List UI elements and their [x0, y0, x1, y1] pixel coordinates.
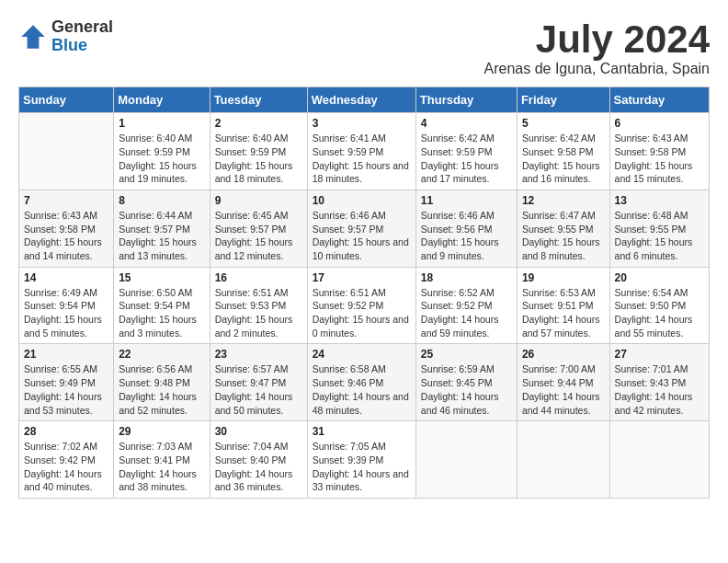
col-thursday: Thursday — [415, 87, 517, 113]
sunrise-text: Sunrise: 6:43 AM — [24, 210, 97, 221]
table-row: 7 Sunrise: 6:43 AM Sunset: 9:58 PM Dayli… — [19, 190, 114, 267]
sunrise-text: Sunrise: 6:57 AM — [215, 363, 289, 374]
sunrise-text: Sunrise: 7:05 AM — [313, 441, 386, 452]
col-saturday: Saturday — [609, 87, 709, 113]
daylight-text: Daylight: 14 hours and 36 minutes. — [215, 468, 293, 493]
daylight-text: Daylight: 15 hours and 9 minutes. — [421, 236, 499, 261]
sunset-text: Sunset: 9:55 PM — [522, 224, 594, 235]
cell-content: Sunrise: 7:02 AM Sunset: 9:42 PM Dayligh… — [24, 440, 108, 494]
sunset-text: Sunset: 9:41 PM — [119, 454, 190, 465]
cell-content: Sunrise: 6:47 AM Sunset: 9:55 PM Dayligh… — [522, 209, 605, 263]
sunset-text: Sunset: 9:40 PM — [215, 454, 287, 465]
sunrise-text: Sunrise: 6:55 AM — [24, 363, 97, 374]
sunrise-text: Sunrise: 6:49 AM — [24, 287, 97, 298]
daylight-text: Daylight: 15 hours and 14 minutes. — [24, 236, 102, 261]
sunrise-text: Sunrise: 6:42 AM — [522, 132, 596, 144]
sunset-text: Sunset: 9:54 PM — [119, 300, 190, 311]
table-row: 6 Sunrise: 6:43 AM Sunset: 9:58 PM Dayli… — [609, 113, 709, 190]
sunrise-text: Sunrise: 6:40 AM — [215, 132, 289, 144]
calendar-week-row: 7 Sunrise: 6:43 AM Sunset: 9:58 PM Dayli… — [19, 190, 710, 267]
table-row: 21 Sunrise: 6:55 AM Sunset: 9:49 PM Dayl… — [19, 344, 114, 421]
calendar-week-row: 14 Sunrise: 6:49 AM Sunset: 9:54 PM Dayl… — [19, 267, 710, 344]
daylight-text: Daylight: 15 hours and 6 minutes. — [615, 236, 693, 261]
table-row — [19, 113, 114, 190]
cell-content: Sunrise: 6:42 AM Sunset: 9:58 PM Dayligh… — [522, 132, 605, 186]
sunrise-text: Sunrise: 6:44 AM — [119, 210, 192, 221]
day-number: 18 — [421, 271, 512, 284]
calendar-header-row: Sunday Monday Tuesday Wednesday Thursday… — [19, 87, 710, 113]
logo-icon — [18, 22, 48, 52]
sunset-text: Sunset: 9:48 PM — [119, 377, 190, 388]
day-number: 7 — [24, 194, 108, 207]
daylight-text: Daylight: 15 hours and 16 minutes. — [522, 160, 600, 185]
sunset-text: Sunset: 9:45 PM — [421, 377, 493, 388]
daylight-text: Daylight: 15 hours and 15 minutes. — [615, 160, 693, 185]
cell-content: Sunrise: 6:42 AM Sunset: 9:59 PM Dayligh… — [421, 132, 512, 186]
sunrise-text: Sunrise: 6:46 AM — [421, 210, 495, 221]
sunset-text: Sunset: 9:58 PM — [615, 146, 687, 157]
sunset-text: Sunset: 9:39 PM — [313, 454, 384, 465]
daylight-text: Daylight: 15 hours and 13 minutes. — [119, 236, 197, 261]
col-friday: Friday — [517, 87, 609, 113]
cell-content: Sunrise: 6:40 AM Sunset: 9:59 PM Dayligh… — [215, 132, 302, 186]
sunrise-text: Sunrise: 6:43 AM — [615, 132, 688, 144]
sunrise-text: Sunrise: 7:01 AM — [615, 363, 688, 374]
day-number: 20 — [615, 271, 704, 284]
sunset-text: Sunset: 9:58 PM — [24, 224, 96, 235]
sunrise-text: Sunrise: 6:47 AM — [522, 210, 596, 221]
sunset-text: Sunset: 9:59 PM — [313, 146, 384, 157]
day-number: 6 — [615, 117, 704, 130]
table-row: 2 Sunrise: 6:40 AM Sunset: 9:59 PM Dayli… — [210, 113, 307, 190]
table-row: 13 Sunrise: 6:48 AM Sunset: 9:55 PM Dayl… — [609, 190, 709, 267]
table-row — [517, 421, 609, 499]
daylight-text: Daylight: 14 hours and 59 minutes. — [421, 314, 499, 339]
sunrise-text: Sunrise: 6:50 AM — [119, 287, 192, 298]
day-number: 3 — [313, 117, 411, 130]
cell-content: Sunrise: 7:00 AM Sunset: 9:44 PM Dayligh… — [522, 362, 605, 417]
table-row: 26 Sunrise: 7:00 AM Sunset: 9:44 PM Dayl… — [517, 344, 609, 421]
daylight-text: Daylight: 14 hours and 40 minutes. — [24, 468, 102, 493]
daylight-text: Daylight: 14 hours and 42 minutes. — [615, 391, 693, 416]
sunset-text: Sunset: 9:59 PM — [215, 146, 287, 157]
day-number: 1 — [119, 117, 204, 130]
sunrise-text: Sunrise: 6:54 AM — [615, 287, 688, 298]
sunset-text: Sunset: 9:58 PM — [522, 146, 594, 157]
day-number: 26 — [522, 348, 605, 361]
sunset-text: Sunset: 9:52 PM — [421, 300, 493, 311]
day-number: 24 — [313, 348, 411, 361]
cell-content: Sunrise: 6:46 AM Sunset: 9:57 PM Dayligh… — [313, 209, 411, 263]
sunset-text: Sunset: 9:59 PM — [119, 146, 190, 157]
sunrise-text: Sunrise: 6:48 AM — [615, 210, 688, 221]
day-number: 12 — [522, 194, 605, 207]
sunset-text: Sunset: 9:56 PM — [421, 224, 493, 235]
sunrise-text: Sunrise: 6:51 AM — [215, 287, 289, 298]
header: General Blue July 2024 Arenas de Iguna, … — [18, 18, 710, 77]
day-number: 13 — [615, 194, 704, 207]
col-wednesday: Wednesday — [307, 87, 415, 113]
cell-content: Sunrise: 6:51 AM Sunset: 9:53 PM Dayligh… — [215, 286, 302, 340]
cell-content: Sunrise: 6:59 AM Sunset: 9:45 PM Dayligh… — [421, 362, 512, 417]
cell-content: Sunrise: 6:41 AM Sunset: 9:59 PM Dayligh… — [313, 132, 411, 186]
daylight-text: Daylight: 14 hours and 48 minutes. — [313, 391, 409, 416]
daylight-text: Daylight: 14 hours and 57 minutes. — [522, 314, 600, 339]
table-row: 20 Sunrise: 6:54 AM Sunset: 9:50 PM Dayl… — [609, 267, 709, 344]
col-tuesday: Tuesday — [210, 87, 307, 113]
daylight-text: Daylight: 14 hours and 46 minutes. — [421, 391, 499, 416]
table-row: 1 Sunrise: 6:40 AM Sunset: 9:59 PM Dayli… — [114, 113, 210, 190]
day-number: 2 — [215, 117, 302, 130]
day-number: 14 — [24, 271, 108, 284]
month-year-title: July 2024 — [484, 18, 711, 61]
daylight-text: Daylight: 15 hours and 5 minutes. — [24, 314, 102, 339]
table-row: 12 Sunrise: 6:47 AM Sunset: 9:55 PM Dayl… — [517, 190, 609, 267]
cell-content: Sunrise: 7:03 AM Sunset: 9:41 PM Dayligh… — [119, 440, 204, 494]
daylight-text: Daylight: 14 hours and 55 minutes. — [615, 314, 693, 339]
cell-content: Sunrise: 7:05 AM Sunset: 9:39 PM Dayligh… — [313, 440, 411, 494]
daylight-text: Daylight: 14 hours and 52 minutes. — [119, 391, 197, 416]
day-number: 27 — [615, 348, 704, 361]
day-number: 19 — [522, 271, 605, 284]
sunrise-text: Sunrise: 7:04 AM — [215, 441, 289, 452]
day-number: 8 — [119, 194, 204, 207]
table-row: 31 Sunrise: 7:05 AM Sunset: 9:39 PM Dayl… — [307, 421, 415, 499]
calendar-table: Sunday Monday Tuesday Wednesday Thursday… — [18, 86, 710, 499]
day-number: 30 — [215, 425, 302, 438]
